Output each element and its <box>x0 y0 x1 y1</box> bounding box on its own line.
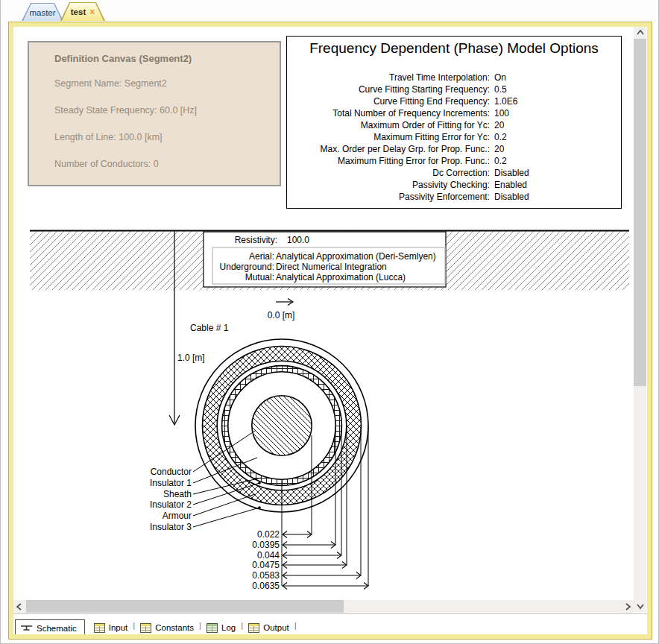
horizontal-scrollbar[interactable] <box>13 600 634 613</box>
x-position-arrow <box>276 299 293 306</box>
depth-label: 1.0 [m] <box>177 353 205 363</box>
tab-divider: | <box>130 617 137 634</box>
tab-schematic-label: Schematic <box>37 624 77 633</box>
log-sheet-icon <box>206 623 218 633</box>
x-position-label: 0.0 [m] <box>259 310 303 321</box>
layer-label-sheath: Sheath <box>117 489 192 499</box>
tab-input-label: Input <box>109 623 128 632</box>
tab-output-label: Output <box>263 623 289 632</box>
layer-label-insulator3: Insulator 3 <box>117 522 192 532</box>
close-icon[interactable]: × <box>89 7 95 16</box>
canvas-frame: Definition Canvas (Segment2) Segment Nam… <box>8 22 652 640</box>
radius-value-conductor: 0.022 <box>220 529 280 540</box>
schematic-icon <box>20 623 33 633</box>
layer-label-armour: Armour <box>117 511 192 521</box>
output-sheet-icon <box>248 623 259 633</box>
radius-value-armour: 0.0583 <box>220 570 280 581</box>
document-tabstrip: master test × <box>1 0 658 22</box>
tab-constants[interactable]: Constants <box>137 619 197 634</box>
layer-label-insulator2: Insulator 2 <box>117 499 192 510</box>
tab-output[interactable]: Output <box>245 619 292 634</box>
radius-value-insulator2: 0.0475 <box>220 560 280 570</box>
scroll-left-button[interactable] <box>13 600 25 613</box>
tab-divider: | <box>197 617 204 634</box>
chevron-down-icon <box>636 602 645 610</box>
input-sheet-icon <box>94 623 105 633</box>
radius-value-sheath: 0.044 <box>220 550 280 561</box>
horizontal-scroll-thumb[interactable] <box>26 600 344 613</box>
resistivity-label: Resistivity: <box>204 235 277 245</box>
underground-label: Underground: <box>212 262 274 272</box>
tab-master[interactable]: master <box>22 3 63 21</box>
layer-label-conductor: Conductor <box>117 467 192 477</box>
aerial-label: Aerial: <box>212 251 274 262</box>
tab-input[interactable]: Input <box>91 619 131 634</box>
chevron-left-icon <box>15 602 24 611</box>
mutual-label: Mutual: <box>212 272 274 282</box>
layer-label-insulator1: Insulator 1 <box>117 478 192 488</box>
constants-sheet-icon <box>140 623 151 633</box>
application-window: master test × Definition Canvas (Segment… <box>0 0 659 644</box>
cable-name-label[interactable]: Cable # 1 <box>190 323 228 333</box>
radius-value-insulator1: 0.0395 <box>220 540 280 550</box>
radius-dimension-arrows <box>283 531 368 590</box>
tab-log-label: Log <box>221 623 236 632</box>
radius-value-insulator3: 0.0635 <box>220 581 280 591</box>
scroll-up-button[interactable] <box>634 27 646 39</box>
view-tabbar: Schematic Input | <box>13 613 647 634</box>
schematic-drawing[interactable] <box>13 27 634 600</box>
tab-log[interactable]: Log <box>204 619 239 634</box>
chevron-up-icon <box>636 28 645 37</box>
vertical-scrollbar[interactable] <box>634 27 646 600</box>
chevron-right-icon <box>623 602 632 611</box>
schematic-canvas[interactable]: Definition Canvas (Segment2) Segment Nam… <box>13 27 647 634</box>
underground-value[interactable]: Direct Numerical Integration <box>276 262 387 272</box>
tab-test[interactable]: test × <box>60 2 105 21</box>
tab-master-label: master <box>29 8 55 17</box>
resistivity-value[interactable]: 100.0 <box>287 235 309 245</box>
tab-divider: | <box>239 617 245 634</box>
aerial-value[interactable]: Analytical Approximation (Deri-Semlyen) <box>276 251 436 262</box>
tab-test-label: test <box>71 7 86 16</box>
scroll-down-button[interactable] <box>634 600 646 612</box>
tab-divider: | <box>292 617 299 634</box>
scroll-right-button[interactable] <box>622 600 634 613</box>
tab-constants-label: Constants <box>155 623 194 632</box>
vertical-scroll-thumb[interactable] <box>634 39 646 386</box>
mutual-value[interactable]: Analytical Approximation (Lucca) <box>276 272 406 282</box>
tab-schematic[interactable]: Schematic <box>15 619 85 634</box>
conductor-core <box>252 396 312 455</box>
